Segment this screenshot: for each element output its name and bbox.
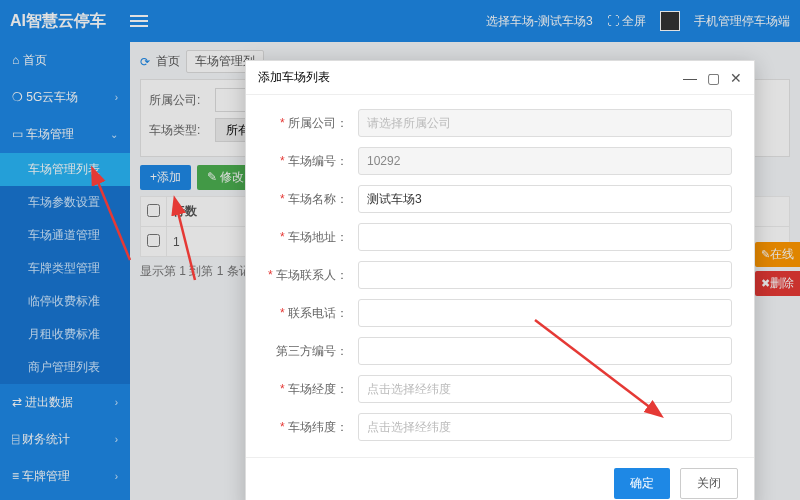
field-lng-input[interactable] [358,375,732,403]
close-icon[interactable]: ✕ [730,70,742,86]
field-lat-label: 车场纬度： [268,419,358,436]
field-name-input[interactable] [358,185,732,213]
field-contact-input[interactable] [358,261,732,289]
modal-title: 添加车场列表 [258,69,330,86]
field-code-input[interactable] [358,147,732,175]
field-addr-input[interactable] [358,223,732,251]
field-contact-label: 车场联系人： [268,267,358,284]
field-addr-label: 车场地址： [268,229,358,246]
cancel-button[interactable]: 关闭 [680,468,738,499]
field-code-label: 车场编号： [268,153,358,170]
field-lat-input[interactable] [358,413,732,441]
add-parking-modal: 添加车场列表 ― ▢ ✕ 所属公司： 车场编号： 车场名称： 车场地址： 车场联… [245,60,755,500]
field-lng-label: 车场经度： [268,381,358,398]
field-third-label: 第三方编号： [268,343,358,360]
field-company-input[interactable] [358,109,732,137]
field-company-label: 所属公司： [268,115,358,132]
confirm-button[interactable]: 确定 [614,468,670,499]
field-phone-input[interactable] [358,299,732,327]
field-third-input[interactable] [358,337,732,365]
field-name-label: 车场名称： [268,191,358,208]
modal-footer: 确定 关闭 [246,457,754,500]
modal-header: 添加车场列表 ― ▢ ✕ [246,61,754,95]
minimize-icon[interactable]: ― [683,70,697,86]
modal-body: 所属公司： 车场编号： 车场名称： 车场地址： 车场联系人： 联系电话： 第三方… [246,95,754,457]
field-phone-label: 联系电话： [268,305,358,322]
maximize-icon[interactable]: ▢ [707,70,720,86]
